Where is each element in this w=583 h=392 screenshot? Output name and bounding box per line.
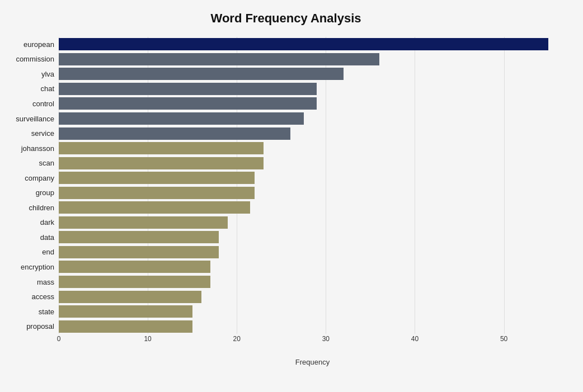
y-label: commission (16, 55, 54, 63)
bar (59, 201, 250, 214)
plot-area: Frequency 01020304050 (59, 37, 566, 351)
bar-row (59, 259, 566, 275)
bar (59, 127, 290, 140)
bar-row (59, 52, 566, 67)
bar (59, 291, 201, 303)
bars-wrapper (59, 37, 566, 334)
y-label: dark (40, 219, 54, 226)
chart-title: Word Frequency Analysis (6, 11, 566, 26)
bar (59, 172, 255, 184)
bar (59, 231, 219, 243)
y-label: chat (40, 85, 54, 92)
x-tick: 20 (233, 335, 241, 343)
y-label: encryption (21, 263, 54, 271)
y-label: group (36, 189, 54, 196)
y-label: data (40, 234, 54, 241)
bar-row (59, 141, 566, 156)
bar (59, 53, 379, 65)
y-label: access (32, 293, 54, 300)
x-tick: 10 (144, 335, 151, 343)
bar (59, 246, 219, 258)
bar-row (59, 96, 566, 111)
y-label: european (23, 41, 54, 48)
bar (59, 38, 548, 50)
bar (59, 112, 304, 125)
y-label: control (32, 100, 54, 107)
y-axis: europeancommissionylvachatcontrolsurveil… (6, 37, 59, 351)
bar-row (59, 319, 566, 334)
bar-row (59, 230, 566, 245)
y-label: children (29, 204, 54, 211)
bar-row (59, 275, 566, 290)
bar (59, 97, 317, 110)
y-label: service (31, 130, 54, 137)
bar (59, 157, 264, 169)
bar-row (59, 67, 566, 82)
x-tick: 0 (57, 335, 61, 343)
bar (59, 216, 228, 229)
x-tick: 40 (411, 335, 419, 343)
bar (59, 142, 264, 154)
y-label: company (25, 174, 54, 182)
bar (59, 276, 210, 288)
y-label: surveillance (16, 115, 54, 122)
y-label: proposal (26, 323, 54, 330)
bar (59, 68, 344, 80)
chart-container: Word Frequency Analysis europeancommissi… (0, 0, 583, 392)
y-label: ylva (41, 70, 54, 78)
y-label: end (42, 248, 54, 256)
y-label: mass (37, 278, 54, 286)
bar-row (59, 289, 566, 304)
bar-row (59, 82, 566, 97)
bar (59, 305, 192, 318)
bar (59, 261, 210, 273)
bar-row (59, 304, 566, 319)
bar-row (59, 185, 566, 200)
x-tick: 30 (322, 335, 330, 343)
x-axis-label: Frequency (295, 358, 330, 366)
bar-row (59, 215, 566, 230)
bar-row (59, 37, 566, 52)
y-label: johansson (21, 145, 54, 152)
bar-row (59, 126, 566, 141)
x-tick: 50 (500, 335, 507, 343)
bar-row (59, 171, 566, 186)
chart-area: europeancommissionylvachatcontrolsurveil… (6, 37, 566, 351)
y-label: state (39, 308, 54, 315)
bar (59, 83, 317, 95)
bar (59, 187, 255, 199)
bar-row (59, 111, 566, 126)
x-axis: Frequency 01020304050 (59, 334, 566, 351)
bar-row (59, 155, 566, 171)
y-label: scan (39, 159, 54, 167)
bar-row (59, 200, 566, 215)
bar (59, 320, 192, 333)
bar-row (59, 245, 566, 260)
